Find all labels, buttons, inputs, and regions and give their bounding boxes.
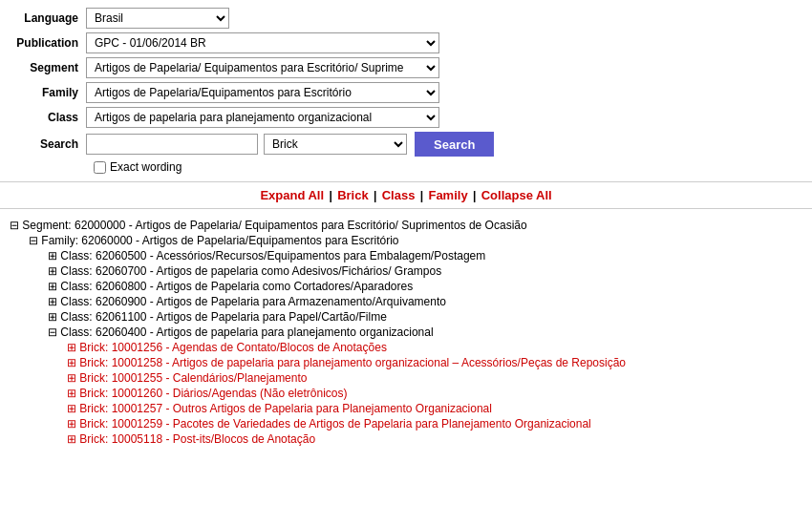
class-row-62060700: ⊞ Class: 62060700 - Artigos de papelaria…: [48, 264, 802, 278]
segment-row: Segment Artigos de Papelaria/ Equipament…: [10, 57, 802, 78]
search-text-input[interactable]: [86, 134, 258, 155]
expand-all-link[interactable]: Expand All: [260, 188, 324, 202]
family-text: ⊟ Family: 62060000 - Artigos de Papelari…: [29, 234, 399, 247]
brick-row-10001259: ⊞ Brick: 10001259 - Pacotes de Variedade…: [67, 417, 802, 430]
search-type-select[interactable]: Brick Class Family Segment: [264, 134, 407, 155]
expand-collapse-bar: Expand All | Brick | Class | Family | Co…: [0, 182, 812, 209]
class-text-62061100: ⊞ Class: 62061100 - Artigos de Papelaria…: [48, 310, 387, 324]
brick-text-10001259: ⊞ Brick: 10001259 - Pacotes de Variedade…: [67, 417, 591, 430]
language-row: Language Brasil English Español: [10, 8, 802, 29]
class-text-62060800: ⊞ Class: 62060800 - Artigos de Papelaria…: [48, 280, 413, 293]
brick-row-10001260: ⊞ Brick: 10001260 - Diários/Agendas (Não…: [67, 387, 802, 400]
search-label: Search: [10, 137, 86, 151]
segment-text: ⊟ Segment: 62000000 - Artigos de Papelar…: [10, 219, 527, 232]
filter-form: Language Brasil English Español Publicat…: [0, 0, 812, 182]
tree-section: ⊟ Segment: 62000000 - Artigos de Papelar…: [0, 209, 812, 457]
brick-text-10001255: ⊞ Brick: 10001255 - Calendários/Planejam…: [67, 371, 307, 385]
brick-text-10001258: ⊞ Brick: 10001258 - Artigos de papelaria…: [67, 356, 626, 369]
class-row-62060800: ⊞ Class: 62060800 - Artigos de Papelaria…: [48, 280, 802, 293]
class-link[interactable]: Class: [382, 188, 416, 202]
bricks-container: ⊞ Brick: 10001256 - Agendas de Contato/B…: [67, 341, 802, 446]
class-row-62060500: ⊞ Class: 62060500 - Acessórios/Recursos/…: [48, 249, 802, 262]
brick-row-10001257: ⊞ Brick: 10001257 - Outros Artigos de Pa…: [67, 402, 802, 415]
class-text-62060500: ⊞ Class: 62060500 - Acessórios/Recursos/…: [48, 249, 485, 262]
family-row-tree: ⊟ Family: 62060000 - Artigos de Papelari…: [29, 234, 802, 247]
class-label: Class: [10, 111, 86, 124]
brick-row-10001258: ⊞ Brick: 10001258 - Artigos de papelaria…: [67, 356, 802, 369]
class-row-62061100: ⊞ Class: 62061100 - Artigos de Papelaria…: [48, 310, 802, 324]
publication-select[interactable]: GPC - 01/06/2014 BR: [86, 32, 439, 53]
family-link[interactable]: Family: [428, 188, 467, 202]
family-node: ⊟ Family: 62060000 - Artigos de Papelari…: [29, 234, 802, 446]
language-label: Language: [10, 11, 86, 25]
brick-text-10005118: ⊞ Brick: 10005118 - Post-its/Blocos de A…: [67, 432, 315, 446]
brick-text-10001257: ⊞ Brick: 10001257 - Outros Artigos de Pa…: [67, 402, 492, 415]
language-select[interactable]: Brasil English Español: [86, 8, 229, 29]
brick-row-10005118: ⊞ Brick: 10005118 - Post-its/Blocos de A…: [67, 432, 802, 446]
brick-row-10001256: ⊞ Brick: 10001256 - Agendas de Contato/B…: [67, 341, 802, 354]
class-row-62060400: ⊟ Class: 62060400 - Artigos de papelaria…: [48, 326, 802, 339]
search-row: Search Brick Class Family Segment Search: [10, 132, 802, 157]
brick-text-10001260: ⊞ Brick: 10001260 - Diários/Agendas (Não…: [67, 387, 347, 400]
class-select[interactable]: Artigos de papelaria para planejamento o…: [86, 107, 439, 128]
segment-select[interactable]: Artigos de Papelaria/ Equipamentos para …: [86, 57, 439, 78]
classes-container: ⊞ Class: 62060500 - Acessórios/Recursos/…: [48, 249, 802, 446]
segment-node: ⊟ Segment: 62000000 - Artigos de Papelar…: [10, 219, 802, 446]
brick-row-10001255: ⊞ Brick: 10001255 - Calendários/Planejam…: [67, 371, 802, 385]
class-text-62060700: ⊞ Class: 62060700 - Artigos de papelaria…: [48, 264, 441, 278]
segment-row-tree: ⊟ Segment: 62000000 - Artigos de Papelar…: [10, 219, 802, 232]
family-select[interactable]: Artigos de Papelaria/Equipamentos para E…: [86, 82, 439, 103]
brick-link[interactable]: Brick: [337, 188, 369, 202]
family-row: Family Artigos de Papelaria/Equipamentos…: [10, 82, 802, 103]
publication-label: Publication: [10, 36, 86, 50]
exact-wording-row: Exact wording: [94, 160, 802, 174]
class-text-62060400: ⊟ Class: 62060400 - Artigos de papelaria…: [48, 326, 434, 339]
publication-row: Publication GPC - 01/06/2014 BR: [10, 32, 802, 53]
exact-wording-label: Exact wording: [110, 160, 182, 174]
family-label: Family: [10, 86, 86, 99]
search-button[interactable]: Search: [415, 132, 494, 157]
class-row-62060900: ⊞ Class: 62060900 - Artigos de Papelaria…: [48, 295, 802, 308]
class-text-62060900: ⊞ Class: 62060900 - Artigos de Papelaria…: [48, 295, 446, 308]
brick-text-10001256: ⊞ Brick: 10001256 - Agendas de Contato/B…: [67, 341, 387, 354]
segment-label: Segment: [10, 61, 86, 74]
class-row: Class Artigos de papelaria para planejam…: [10, 107, 802, 128]
exact-wording-checkbox[interactable]: [94, 161, 106, 174]
collapse-all-link[interactable]: Collapse All: [481, 188, 552, 202]
